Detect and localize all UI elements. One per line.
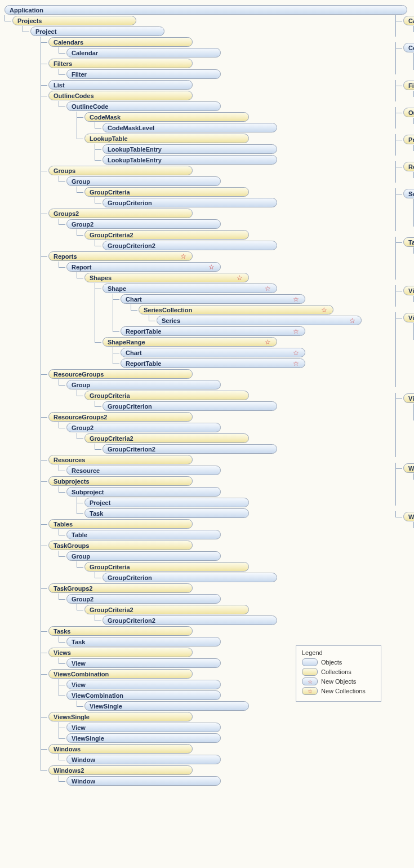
node-label: Report	[72, 264, 91, 271]
tree-node: TasksTask	[41, 626, 362, 647]
tree-node: GroupGroupCriteriaGroupCriterion	[59, 551, 362, 583]
tree-node: LookupTableEntry	[95, 154, 362, 165]
tree-node: FiltersFilter	[41, 58, 362, 79]
collection-node: GroupCriteria2	[84, 433, 249, 443]
node-label: ViewsCombination	[408, 315, 414, 321]
collection-node: Tables	[403, 237, 414, 247]
node-label: Views	[54, 649, 71, 656]
legend: Legend Objects Collections ☆ New Objects…	[296, 645, 381, 702]
node-label: Window	[72, 756, 95, 763]
legend-title: Legend	[302, 649, 375, 656]
object-node: Window	[66, 755, 221, 764]
tree-node: Series☆	[149, 315, 362, 326]
object-node: LookupTableEntry	[103, 155, 277, 165]
tree-node: GroupGroupCriteriaGroupCriterion	[59, 176, 362, 208]
node-label: GroupCriteria2	[90, 232, 133, 238]
object-node: Filter	[66, 69, 221, 79]
collection-node: ViewsCombination	[403, 313, 414, 322]
tree-node: ShapeRange☆Chart☆ReportTable☆	[95, 336, 362, 369]
tree-node: GroupCriteria2GroupCriterion2	[77, 433, 362, 454]
star-icon: ☆	[177, 253, 186, 260]
collection-node: OutlineCodes	[403, 108, 414, 117]
star-icon: ☆	[261, 285, 271, 293]
tree-node: Project	[77, 497, 362, 508]
node-label: View	[72, 724, 86, 731]
tree-node: SelectionListResourcesTasks	[395, 188, 414, 231]
tree-node: ResourceGroups2Group2GroupCriteria2Group…	[41, 411, 362, 454]
tree-node: Groups2Group2GroupCriteria2GroupCriterio…	[41, 208, 362, 251]
object-node: List	[48, 80, 193, 90]
node-label: OutlineCodes	[408, 109, 414, 116]
tree-node: GroupCriterion2	[95, 240, 362, 251]
legend-collections: Collections	[302, 668, 375, 676]
star-icon: ☆	[233, 274, 243, 282]
tree-node: ViewsView	[395, 285, 414, 307]
tree-node: GroupsGroupGroupCriteriaGroupCriterion	[41, 165, 362, 208]
node-label: ReportTable	[126, 360, 161, 367]
tree-node: LookupTableEntry	[95, 144, 362, 154]
node-label: Calendar	[72, 50, 98, 56]
tree-node: Windows2Window	[41, 765, 362, 786]
node-label: Task	[72, 639, 85, 645]
object-node: View	[66, 723, 221, 732]
node-label: Subproject	[72, 489, 104, 495]
tree-node: ViewSingle	[59, 733, 362, 743]
node-label: Windows	[408, 465, 414, 472]
tree-node: Windows2WindowPaneView	[395, 511, 414, 554]
object-node: Cell	[403, 43, 414, 52]
node-label: Series	[162, 317, 180, 324]
object-node: Project	[30, 26, 164, 36]
object-node: Shape☆	[103, 284, 277, 293]
tree-node: GroupCriteria2GroupCriterion2	[77, 229, 362, 251]
node-label: ViewSingle	[72, 735, 104, 742]
collection-node: Groups2	[48, 209, 193, 218]
tree-node: CodeMaskCodeMaskLevel	[77, 112, 362, 133]
collection-node: ShapeRange☆	[103, 337, 277, 347]
node-label: Windows	[54, 746, 81, 752]
collection-node: ViewsSingle	[48, 712, 193, 721]
tree-node: GroupCriteriaGroupCriterion	[77, 187, 362, 208]
node-label: GroupCriteria2	[90, 606, 133, 613]
tree-node: Resource	[59, 465, 362, 476]
tree-node: Filter	[59, 69, 362, 79]
legend-label: New Objects	[321, 678, 356, 685]
node-label: TaskGroups	[54, 542, 89, 549]
object-node: Window	[66, 776, 221, 786]
swatch-collection-icon	[302, 668, 318, 676]
star-icon: ☆	[290, 360, 299, 367]
collection-node: Projects	[12, 16, 136, 25]
node-label: Groups	[54, 167, 75, 174]
object-node: Resource	[66, 466, 221, 475]
collection-node: Tasks	[48, 626, 193, 636]
collection-node: GroupCriteria2	[84, 230, 249, 240]
collection-node: TaskGroups2	[48, 583, 193, 593]
node-label: ViewSingle	[90, 703, 122, 710]
node-label: Group	[72, 178, 90, 185]
legend-objects: Objects	[302, 658, 375, 666]
object-node: Group	[66, 380, 221, 389]
node-label: GroupCriterion2	[108, 242, 155, 249]
tree-node: ViewsCombinationViewViewCombinationViewS…	[395, 312, 414, 387]
tree-node: ResourcesResource	[41, 454, 362, 476]
collection-node: GroupCriteria2	[84, 605, 249, 614]
tree-node: ViewsSingleViewViewSingle	[41, 711, 362, 743]
node-label: LookupTable	[90, 135, 128, 142]
legend-new-collections: ☆ New Collections	[302, 687, 375, 695]
node-label: ViewsSingle	[54, 714, 90, 720]
collection-node: Windows	[48, 744, 193, 754]
tree-node: TablesTableTableFieldsTableField	[395, 237, 414, 280]
tree-node: WindowsWindow	[41, 743, 362, 765]
swatch-object-icon	[302, 658, 318, 666]
node-label: ResourceGroups2	[54, 414, 107, 420]
tree-node: LookupTableLookupTableEntryLookupTableEn…	[77, 133, 362, 165]
collection-node: TaskGroups	[48, 541, 193, 550]
tree-node: GroupCriteriaGroupCriterion	[77, 390, 362, 411]
object-node: Group2	[66, 423, 221, 432]
tree-node: CalendarsCalendar	[395, 15, 414, 37]
collection-node: ResourceGroups2	[48, 412, 193, 422]
tree-node: TaskGroups2Group2GroupCriteria2GroupCrit…	[41, 583, 362, 626]
tree-node: GroupCriteria2GroupCriterion2	[77, 604, 362, 626]
tree-node: Group2GroupCriteria2GroupCriterion2	[59, 422, 362, 454]
tree-node: Window	[59, 754, 362, 765]
tree-node: FiltersFilter	[395, 80, 414, 101]
